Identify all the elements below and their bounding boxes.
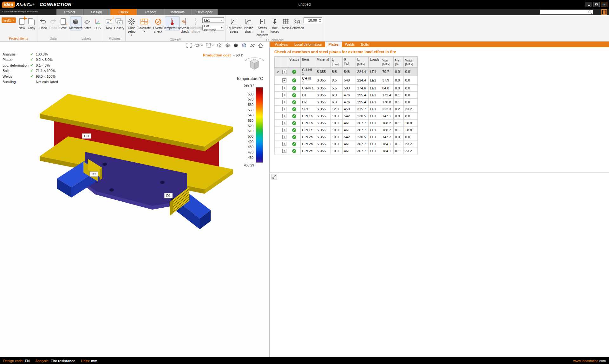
col-fy[interactable]: fy[MPa] — [356, 57, 369, 68]
plate-check-row[interactable]: +✓CPL2aS 35510.0542230.5LE1147.20.00.0 — [275, 133, 418, 140]
horizontal-splitter[interactable] — [270, 172, 609, 173]
transparent-view-button[interactable] — [241, 42, 247, 48]
overall-check-button[interactable]: Overall check — [152, 16, 164, 34]
plate-check-row[interactable]: +✓CH-w 1S 3555.5593174.6LE184.00.00.0 — [275, 85, 418, 92]
row-expander[interactable] — [275, 140, 281, 147]
new-item-button[interactable]: New — [17, 16, 27, 30]
section-plane-button[interactable] — [250, 42, 255, 48]
col-theta[interactable]: θ[°C] — [343, 57, 356, 68]
deformed-button[interactable]: Deformed — [291, 16, 303, 30]
plate-check-row[interactable]: +✓SP1S 35512.0450315.7LE1222.30.223.2 — [275, 106, 418, 113]
expand-row-button[interactable]: + — [282, 78, 286, 82]
col-item[interactable]: Item — [301, 57, 315, 68]
equivalent-stress-button[interactable]: Equivalent stress — [227, 16, 241, 34]
undo-button[interactable]: Undo — [38, 16, 48, 30]
extreme-filter-select[interactable]: For extreme ▾ — [202, 25, 224, 30]
tab-developer[interactable]: Developer — [191, 9, 218, 15]
plate-check-row[interactable]: +✓D2S 3556.3476295.4LE1170.80.10.0 — [275, 99, 418, 106]
plastic-strain-button[interactable]: Plastic strain — [242, 16, 255, 34]
beam-label[interactable]: CH — [82, 133, 91, 139]
select-rectangle-button[interactable] — [206, 42, 214, 48]
tab-project[interactable]: Project — [56, 9, 83, 15]
row-expander[interactable] — [275, 120, 281, 127]
save-button[interactable]: ↓ Save — [58, 16, 68, 30]
mesh-button[interactable]: Mesh — [280, 16, 291, 30]
gallery-button[interactable]: Gallery — [114, 16, 125, 30]
expand-panel-button[interactable] — [272, 174, 277, 179]
project-item-selector[interactable]: test1 ▾ — [2, 17, 16, 23]
expand-row-button[interactable]: + — [282, 114, 286, 118]
license-info-button[interactable] — [601, 9, 607, 15]
shaded-edges-view-button[interactable] — [225, 42, 230, 48]
col-material[interactable]: Material — [315, 57, 331, 68]
expand-row-button[interactable]: + — [282, 100, 286, 104]
stress-in-contacts-button[interactable]: Stress in contacts — [256, 16, 269, 38]
tab-check[interactable]: Check — [110, 9, 137, 15]
tab-local-deformation[interactable]: Local deformation — [291, 42, 325, 47]
col-sigma-ed[interactable]: σEd[MPa] — [381, 57, 394, 68]
maximize-button[interactable] — [593, 2, 600, 7]
expand-row-button[interactable]: + — [282, 107, 286, 111]
plate-check-row[interactable]: +✓CPL2cS 35510.0461307.7LE1184.10.123.2 — [275, 147, 418, 154]
plate-check-row[interactable]: >+✓CH-bfl 1S 3558.5548224.4LE179.70.00.0 — [275, 68, 418, 76]
plate-check-row[interactable]: +✓CPL1bS 35510.0461307.7LE1188.20.118.8 — [275, 120, 418, 127]
minimize-button[interactable] — [586, 2, 592, 7]
plate-check-row[interactable]: +✓CPL1aS 35510.0542230.5LE1147.10.00.0 — [275, 113, 418, 120]
row-expander[interactable] — [275, 127, 281, 133]
viewport-3d[interactable]: Analysis✓100.0% Plates✓0.2 < 5.0% Loc. d… — [0, 42, 270, 357]
code-setup-button[interactable]: Code setup ▾ — [127, 16, 137, 37]
plate-check-row[interactable]: +✓D1S 3556.3476295.4LE1172.40.10.0 — [275, 92, 418, 99]
redo-button[interactable]: Redo — [48, 16, 58, 30]
tab-welds[interactable]: Welds — [342, 42, 358, 47]
calculate-button[interactable]: +− Calculate ▾ — [137, 16, 152, 34]
strain-check-button[interactable]: % Strain check — [180, 16, 190, 34]
row-expander[interactable] — [275, 133, 281, 140]
bolt-forces-button[interactable]: Bolt forces — [269, 16, 280, 34]
plate-check-row[interactable]: +✓CPL2bS 35510.0461307.7LE1184.10.123.2 — [275, 140, 418, 147]
row-expander[interactable] — [275, 147, 281, 154]
diagonal-left-label[interactable]: D2 — [90, 172, 98, 177]
website-link[interactable]: www.ideastatica.com — [573, 359, 606, 363]
plate-check-row[interactable]: +✓CH-tfl 1S 3558.5548224.4LE137.90.00.0 — [275, 76, 418, 85]
fit-view-button[interactable] — [187, 42, 192, 48]
col-tp[interactable]: tp[mm] — [331, 57, 343, 68]
expand-row-button[interactable]: + — [282, 149, 286, 153]
expand-row-button[interactable]: + — [282, 86, 286, 90]
expand-row-button[interactable]: + — [282, 128, 286, 132]
plates-labels-toggle[interactable]: Plates — [82, 16, 92, 30]
connection-3d-model[interactable]: CH D2 D1 — [0, 42, 269, 357]
lcs-toggle[interactable]: LCS — [93, 16, 103, 30]
tab-bolts[interactable]: Bolts — [358, 42, 372, 47]
deformed-scale-input[interactable]: 10.00 — [304, 17, 322, 23]
plate-check-row[interactable]: +✓CPL1cS 35510.0461307.7LE1188.20.118.8 — [275, 127, 418, 133]
new-picture-button[interactable]: + New — [105, 16, 113, 30]
tab-plates[interactable]: Plates — [325, 42, 342, 47]
expand-row-button[interactable]: + — [282, 135, 286, 139]
col-status[interactable]: Status — [288, 57, 301, 68]
row-expander[interactable] — [275, 76, 281, 85]
orbit-button[interactable] — [194, 42, 203, 48]
col-eps-pl[interactable]: εPl[%] — [394, 57, 404, 68]
home-view-button[interactable] — [258, 42, 263, 48]
buckling-shape-button[interactable]: Buckling shape — [190, 16, 201, 34]
row-expander[interactable] — [275, 99, 281, 106]
row-expander[interactable] — [275, 85, 281, 92]
tab-materials[interactable]: Materials — [164, 9, 191, 15]
solid-view-button[interactable] — [233, 42, 239, 48]
row-expander[interactable] — [275, 113, 281, 120]
expand-row-button[interactable]: + — [282, 142, 286, 146]
col-loads[interactable]: Loads — [369, 57, 381, 68]
tab-design[interactable]: Design — [83, 9, 110, 15]
search-input[interactable] — [540, 10, 588, 14]
search-box[interactable] — [540, 10, 593, 15]
tab-report[interactable]: Report — [137, 9, 164, 15]
expand-row-button[interactable]: + — [282, 70, 286, 74]
row-expander[interactable]: > — [275, 68, 281, 76]
row-expander[interactable] — [275, 106, 281, 113]
copy-item-button[interactable]: Copy — [27, 16, 36, 30]
load-effect-select[interactable]: LE1 ▾ — [202, 17, 224, 23]
row-expander[interactable] — [275, 92, 281, 99]
close-button[interactable]: × — [601, 2, 607, 7]
wireframe-view-button[interactable] — [217, 42, 222, 48]
members-labels-toggle[interactable]: Members — [70, 16, 82, 30]
